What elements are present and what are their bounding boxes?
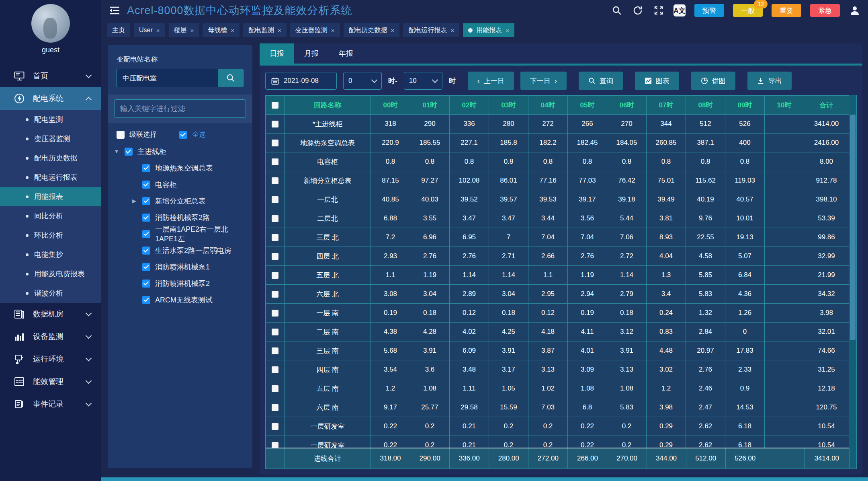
sidebar-subitem-配电历史数据[interactable]: 配电历史数据 bbox=[0, 148, 101, 168]
row-checkbox[interactable] bbox=[272, 272, 278, 279]
sidebar-item-设备监测[interactable]: 设备监测 bbox=[0, 325, 101, 348]
vertical-scrollbar[interactable] bbox=[849, 95, 856, 469]
sidebar-item-首页[interactable]: 首页 bbox=[0, 65, 101, 87]
date-picker[interactable]: 2021-09-08 bbox=[265, 72, 337, 90]
tab-楼层[interactable]: 楼层× bbox=[169, 23, 199, 37]
row-checkbox[interactable] bbox=[272, 215, 278, 222]
row-checkbox[interactable] bbox=[272, 310, 278, 317]
sidebar-item-能效管理[interactable]: 能效管理 bbox=[0, 370, 101, 393]
tree-checkbox[interactable] bbox=[142, 214, 150, 222]
tree-node-主进线柜[interactable]: ▼主进线柜 bbox=[113, 143, 248, 160]
export-button[interactable]: 导出 bbox=[747, 72, 792, 90]
menu-fold-icon[interactable] bbox=[108, 4, 121, 16]
row-checkbox[interactable] bbox=[272, 404, 278, 411]
tree-node-ARCM无线表测试[interactable]: ARCM无线表测试 bbox=[113, 292, 248, 308]
sidebar-subitem-用能及电费报表[interactable]: 用能及电费报表 bbox=[0, 264, 101, 284]
query-button[interactable]: 查询 bbox=[579, 72, 623, 90]
tab-close-icon[interactable]: × bbox=[391, 27, 395, 34]
tab-变压器监测[interactable]: 变压器监测× bbox=[290, 23, 340, 37]
sidebar-subitem-同比分析[interactable]: 同比分析 bbox=[0, 206, 101, 226]
tab-close-icon[interactable]: × bbox=[231, 27, 234, 34]
tree-node-生活水泵2路一层弱电房[interactable]: 生活水泵2路一层弱电房 bbox=[113, 242, 248, 259]
sidebar-subitem-配电运行报表[interactable]: 配电运行报表 bbox=[0, 168, 101, 187]
tab-close-icon[interactable]: × bbox=[156, 27, 160, 34]
tab-配电监测[interactable]: 配电监测× bbox=[243, 23, 287, 37]
report-tab-月报[interactable]: 月报 bbox=[294, 43, 329, 64]
row-checkbox[interactable] bbox=[272, 423, 278, 430]
tree-checkbox[interactable] bbox=[142, 296, 150, 304]
avatar[interactable] bbox=[31, 4, 70, 43]
sidebar-item-事件记录[interactable]: 事件记录 bbox=[0, 393, 101, 415]
station-input[interactable]: 中压配电室 bbox=[117, 69, 218, 87]
sidebar-subitem-电能集抄[interactable]: 电能集抄 bbox=[0, 245, 101, 264]
tree-node-消防喷淋机械泵1[interactable]: 消防喷淋机械泵1 bbox=[113, 259, 248, 275]
tab-User[interactable]: User× bbox=[134, 23, 165, 37]
tree-node-电容柜[interactable]: 电容柜 bbox=[113, 176, 248, 193]
select-all-checkbox[interactable] bbox=[179, 131, 187, 139]
tab-close-icon[interactable]: × bbox=[331, 27, 335, 34]
pie-button[interactable]: 饼图 bbox=[691, 72, 735, 90]
row-checkbox[interactable] bbox=[272, 347, 278, 354]
alarm-badge-general[interactable]: 一般 12 bbox=[733, 4, 763, 17]
tree-node-一层南1APE2右一层北1APE1左[interactable]: 一层南1APE2右一层北1APE1左 bbox=[113, 226, 248, 242]
refresh-icon[interactable] bbox=[632, 4, 644, 16]
filter-input[interactable]: 输入关键字进行过滤 bbox=[114, 99, 246, 118]
tree-checkbox[interactable] bbox=[142, 230, 150, 238]
tab-配电历史数据[interactable]: 配电历史数据× bbox=[344, 23, 400, 37]
row-checkbox[interactable] bbox=[272, 121, 278, 127]
sidebar-subitem-变压器监测[interactable]: 变压器监测 bbox=[0, 129, 101, 148]
row-checkbox[interactable] bbox=[272, 291, 278, 298]
row-checkbox[interactable] bbox=[272, 158, 278, 165]
tab-主页[interactable]: 主页 bbox=[107, 23, 130, 37]
sidebar-subitem-配电监测[interactable]: 配电监测 bbox=[0, 110, 101, 129]
select-all-label[interactable]: 全选 bbox=[192, 130, 206, 139]
fullscreen-icon[interactable] bbox=[653, 4, 665, 16]
station-search-button[interactable] bbox=[218, 69, 244, 87]
search-icon[interactable] bbox=[611, 4, 623, 16]
tree-checkbox[interactable] bbox=[142, 263, 150, 271]
prev-day-button[interactable]: ‹上一日 bbox=[468, 72, 514, 90]
tree-checkbox[interactable] bbox=[142, 164, 150, 172]
tab-close-icon[interactable]: × bbox=[450, 27, 454, 34]
tree-checkbox[interactable] bbox=[142, 181, 150, 189]
tree-node-新增分立柜总表[interactable]: ▶新增分立柜总表 bbox=[113, 193, 248, 209]
tree-checkbox[interactable] bbox=[142, 280, 150, 288]
tree-checkbox[interactable] bbox=[125, 148, 133, 156]
chart-button[interactable]: 图表 bbox=[635, 72, 679, 90]
hour-from-select[interactable]: 0 bbox=[343, 72, 382, 90]
alarm-badge-warning[interactable]: 预警 bbox=[694, 4, 724, 17]
caret-right-icon[interactable]: ▶ bbox=[131, 198, 137, 204]
tab-配电运行报表[interactable]: 配电运行报表× bbox=[403, 23, 459, 37]
report-tab-年报[interactable]: 年报 bbox=[329, 43, 363, 64]
tree-checkbox[interactable] bbox=[142, 197, 150, 205]
row-checkbox[interactable] bbox=[272, 140, 278, 146]
tree-checkbox[interactable] bbox=[142, 247, 150, 255]
tab-close-icon[interactable]: × bbox=[190, 27, 194, 34]
user-icon[interactable] bbox=[849, 4, 861, 16]
tree-node-消防喷淋机械泵2[interactable]: 消防喷淋机械泵2 bbox=[113, 275, 248, 292]
next-day-button[interactable]: 下一日› bbox=[520, 72, 567, 90]
row-checkbox[interactable] bbox=[272, 177, 278, 184]
cascade-checkbox[interactable] bbox=[117, 131, 125, 139]
row-checkbox[interactable] bbox=[272, 366, 278, 373]
sidebar-subitem-用能报表[interactable]: 用能报表 bbox=[0, 187, 101, 206]
scrollbar-thumb[interactable] bbox=[850, 115, 856, 340]
row-checkbox[interactable] bbox=[272, 196, 278, 203]
sidebar-subitem-谐波分析[interactable]: 谐波分析 bbox=[0, 284, 101, 303]
caret-down-icon[interactable]: ▼ bbox=[113, 148, 120, 154]
sidebar-item-数据机房[interactable]: 数据机房 bbox=[0, 303, 101, 325]
sidebar-subitem-环比分析[interactable]: 环比分析 bbox=[0, 226, 101, 245]
select-all-rows-checkbox[interactable] bbox=[272, 102, 278, 109]
report-tab-日报[interactable]: 日报 bbox=[260, 43, 294, 64]
row-checkbox[interactable] bbox=[272, 234, 278, 241]
sidebar-item-运行环境[interactable]: 运行环境 bbox=[0, 348, 101, 370]
alarm-badge-important[interactable]: 重要 bbox=[772, 4, 801, 17]
row-checkbox[interactable] bbox=[272, 385, 278, 392]
tree-node-消防栓机械泵2路[interactable]: 消防栓机械泵2路 bbox=[113, 209, 248, 226]
alarm-badge-urgent[interactable]: 紧急 bbox=[810, 4, 840, 17]
row-checkbox[interactable] bbox=[272, 253, 278, 260]
sidebar-item-配电系统[interactable]: 配电系统 bbox=[0, 87, 101, 110]
tab-用能报表[interactable]: 用能报表× bbox=[463, 23, 514, 37]
row-checkbox[interactable] bbox=[272, 329, 278, 335]
tab-close-icon[interactable]: × bbox=[506, 27, 509, 34]
